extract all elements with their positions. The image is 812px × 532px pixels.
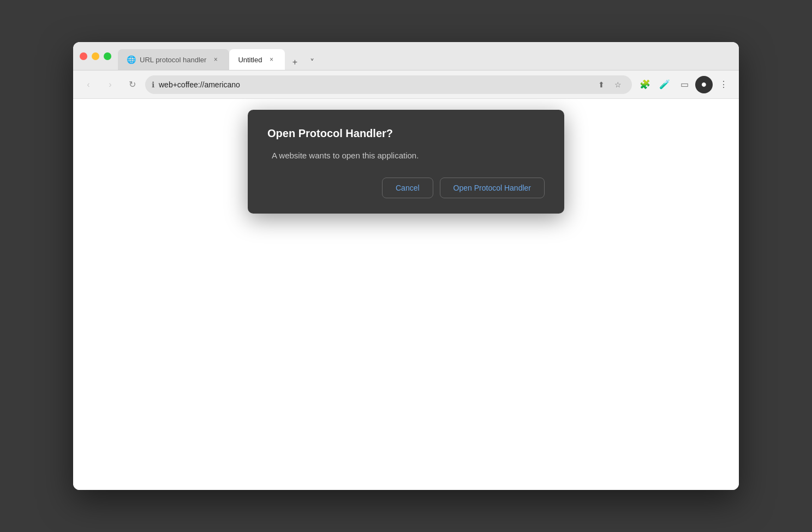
new-tab-button[interactable]: +	[287, 55, 302, 70]
forward-button[interactable]: ›	[101, 76, 119, 93]
tab-close-2[interactable]: ×	[266, 55, 276, 64]
tab-label-1: URL protocol handler	[140, 56, 206, 64]
nav-bar: ‹ › ↻ ℹ ⬆ ☆ 🧩 🧪 ▭ ● ⋮	[73, 70, 739, 99]
labs-button[interactable]: 🧪	[656, 76, 673, 93]
title-bar: 🌐 URL protocol handler × Untitled × + ˅	[73, 42, 739, 70]
protocol-handler-dialog: Open Protocol Handler? A website wants t…	[248, 110, 564, 214]
address-bar-input[interactable]	[159, 80, 589, 89]
dialog-buttons: Cancel Open Protocol Handler	[267, 178, 545, 198]
close-window-button[interactable]	[80, 52, 87, 60]
bookmark-button[interactable]: ☆	[610, 77, 625, 92]
dialog-overlay: Open Protocol Handler? A website wants t…	[73, 99, 739, 490]
sidebar-button[interactable]: ▭	[676, 76, 693, 93]
dialog-message: A website wants to open this application…	[267, 151, 545, 160]
toolbar-icons: 🧩 🧪 ▭ ● ⋮	[636, 76, 732, 93]
profile-icon: ●	[701, 79, 707, 90]
tab-close-1[interactable]: ×	[211, 55, 220, 64]
tab-actions: + ˅	[287, 55, 320, 70]
reload-button[interactable]: ↻	[123, 76, 141, 93]
tab-list-button[interactable]: ˅	[304, 55, 320, 70]
browser-window: 🌐 URL protocol handler × Untitled × + ˅ …	[73, 42, 739, 490]
tab-url-protocol-handler[interactable]: 🌐 URL protocol handler ×	[118, 49, 229, 70]
cancel-button[interactable]: Cancel	[382, 178, 433, 198]
tab-untitled[interactable]: Untitled ×	[229, 49, 285, 70]
content-area: Open Protocol Handler? A website wants t…	[73, 99, 739, 490]
open-protocol-handler-button[interactable]: Open Protocol Handler	[440, 178, 545, 198]
more-button[interactable]: ⋮	[715, 76, 732, 93]
tabs-container: 🌐 URL protocol handler × Untitled × + ˅	[118, 42, 732, 70]
address-bar[interactable]: ℹ ⬆ ☆	[145, 75, 632, 94]
back-button[interactable]: ‹	[80, 76, 97, 93]
minimize-window-button[interactable]	[92, 52, 99, 60]
extensions-button[interactable]: 🧩	[636, 76, 654, 93]
profile-button[interactable]: ●	[695, 76, 713, 93]
tab-favicon-1: 🌐	[127, 55, 135, 64]
tab-label-2: Untitled	[238, 56, 262, 64]
share-button[interactable]: ⬆	[594, 77, 609, 92]
dialog-title: Open Protocol Handler?	[267, 127, 545, 140]
address-bar-actions: ⬆ ☆	[594, 77, 625, 92]
address-bar-info-icon: ℹ	[152, 80, 154, 89]
window-controls	[80, 52, 111, 60]
maximize-window-button[interactable]	[104, 52, 111, 60]
